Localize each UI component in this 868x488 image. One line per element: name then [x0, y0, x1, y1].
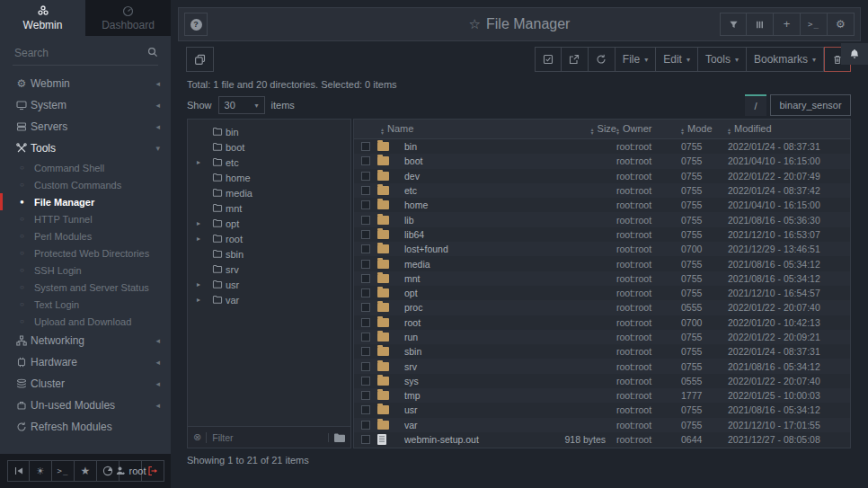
collapse-sidebar-button[interactable] [7, 460, 30, 482]
folder-icon[interactable] [377, 421, 389, 430]
file-name[interactable]: media [404, 259, 518, 270]
tree-item-var[interactable]: ▸var [188, 292, 350, 307]
file-name[interactable]: opt [404, 288, 518, 298]
table-row-sbin[interactable]: sbinroot:root07552022/01/24 - 08:37:31 [354, 344, 850, 359]
row-checkbox[interactable] [361, 333, 370, 342]
folder-icon[interactable] [377, 405, 389, 414]
row-checkbox[interactable] [361, 274, 370, 283]
file-name[interactable]: proc [404, 302, 518, 313]
row-checkbox[interactable] [361, 200, 370, 209]
file-name[interactable]: sbin [404, 346, 518, 357]
sidebar-subitem-ssh-login[interactable]: ○SSH Login [0, 262, 171, 279]
table-row-lib64[interactable]: lib64root:root07552021/12/10 - 16:53:07 [354, 227, 850, 242]
column-header-name[interactable]: ▴▾Name [381, 123, 530, 135]
folder-icon[interactable] [377, 186, 389, 195]
folder-icon[interactable] [377, 377, 389, 386]
tree-item-bin[interactable]: bin [188, 124, 350, 139]
sidebar-subitem-system-and-server-status[interactable]: ○System and Server Status [0, 279, 171, 296]
table-row-srv[interactable]: srvroot:root07552021/08/16 - 05:34:12 [354, 359, 850, 373]
file-name[interactable]: usr [404, 404, 518, 415]
sidebar-subitem-perl-modules[interactable]: ○Perl Modules [0, 227, 171, 244]
file-name[interactable]: lib64 [404, 229, 518, 240]
file-name[interactable]: home [404, 200, 518, 210]
sidebar-subitem-command-shell[interactable]: ○Command Shell [0, 159, 171, 176]
row-checkbox[interactable] [361, 362, 370, 371]
file-name[interactable]: srv [404, 361, 518, 372]
sort-icon[interactable]: ▴▾ [728, 128, 731, 135]
row-checkbox[interactable] [361, 186, 370, 195]
folder-icon[interactable] [377, 156, 389, 165]
tree-item-boot[interactable]: boot [188, 139, 350, 155]
tree-item-usr[interactable]: ▸usr [188, 277, 350, 292]
folder-icon[interactable] [377, 244, 389, 253]
table-row-webmin-setup-out[interactable]: webmin-setup.out918 bytesroot:root064420… [354, 432, 850, 447]
file-name[interactable]: lib [404, 215, 518, 226]
favorites-button[interactable]: ★ [75, 460, 97, 482]
sidebar-subitem-http-tunnel[interactable]: ○HTTP Tunnel [0, 210, 171, 227]
sidebar-item-networking[interactable]: Networking◂ [0, 330, 171, 351]
folder-icon[interactable] [377, 172, 389, 181]
expand-caret-icon[interactable]: ▸ [197, 296, 209, 304]
table-row-lib[interactable]: libroot:root07552021/08/16 - 05:36:30 [354, 212, 850, 226]
row-checkbox[interactable] [361, 318, 370, 327]
sort-icon[interactable]: ▴▾ [591, 128, 594, 135]
row-checkbox[interactable] [361, 230, 370, 239]
refresh-button[interactable] [589, 47, 616, 72]
table-row-etc[interactable]: etcroot:root07552022/01/24 - 08:37:42 [354, 183, 850, 198]
terminal-button[interactable]: >_ [801, 13, 828, 36]
row-checkbox[interactable] [361, 405, 370, 414]
select-all-button[interactable] [535, 47, 562, 72]
path-query-box[interactable]: binary_sensor [770, 94, 851, 116]
page-size-select[interactable]: 30 ▾ [218, 96, 265, 114]
tab-dashboard[interactable]: Dashboard [85, 0, 171, 36]
column-header-mode[interactable]: ▴▾Mode [681, 123, 728, 135]
table-row-home[interactable]: homeroot:root07552021/04/10 - 16:15:00 [354, 198, 850, 212]
menu-tools[interactable]: Tools▾ [698, 47, 747, 72]
folder-icon[interactable] [377, 391, 389, 400]
folder-icon[interactable] [377, 216, 389, 225]
table-row-dev[interactable]: devroot:root07552022/01/22 - 20:07:49 [354, 169, 850, 183]
table-row-lost-found[interactable]: lost+foundroot:root07002021/12/29 - 13:4… [354, 242, 850, 256]
columns-button[interactable] [747, 13, 774, 36]
row-checkbox[interactable] [361, 377, 370, 386]
add-button[interactable]: + [774, 13, 801, 36]
expand-caret-icon[interactable]: ▸ [197, 280, 209, 288]
root-path-button[interactable]: / [745, 94, 766, 116]
file-name[interactable]: var [404, 420, 518, 430]
export-button[interactable] [562, 47, 589, 72]
sidebar-subitem-text-login[interactable]: ○Text Login [0, 296, 171, 313]
row-checkbox[interactable] [361, 172, 370, 181]
file-name[interactable]: boot [404, 155, 518, 166]
row-checkbox[interactable] [361, 156, 370, 165]
row-checkbox[interactable] [361, 142, 370, 151]
notifications-bell[interactable] [841, 43, 868, 65]
tree-item-srv[interactable]: srv [188, 262, 350, 277]
tab-webmin[interactable]: Webmin [0, 0, 85, 36]
table-row-root[interactable]: rootroot:root07002022/01/20 - 10:42:13 [354, 315, 850, 330]
folder-icon[interactable] [377, 142, 389, 151]
sidebar-item-webmin[interactable]: ⚙Webmin◂ [0, 73, 171, 94]
tree-item-home[interactable]: home [188, 170, 350, 185]
table-row-mnt[interactable]: mntroot:root07552021/08/16 - 05:34:12 [354, 271, 850, 286]
tree-item-sbin[interactable]: sbin [188, 246, 350, 262]
settings-button[interactable]: ⚙ [828, 13, 855, 36]
copy-path-button[interactable] [186, 47, 214, 72]
folder-options-icon[interactable] [328, 433, 345, 442]
sidebar-item-un-used-modules[interactable]: Un-used Modules◂ [0, 395, 171, 416]
sort-icon[interactable]: ▴▾ [381, 128, 384, 135]
row-checkbox[interactable] [361, 216, 370, 225]
file-name[interactable]: root [404, 317, 518, 328]
tree-item-mnt[interactable]: mnt [188, 200, 350, 216]
expand-caret-icon[interactable]: ▸ [197, 235, 209, 243]
sidebar-subitem-custom-commands[interactable]: ○Custom Commands [0, 176, 171, 193]
table-row-media[interactable]: mediaroot:root07552021/08/16 - 05:34:12 [354, 256, 850, 271]
tree-item-media[interactable]: media [188, 185, 350, 200]
sidebar-item-refresh-modules[interactable]: Refresh Modules [0, 416, 171, 438]
menu-edit[interactable]: Edit▾ [656, 47, 698, 72]
column-header-owner[interactable]: ▴▾Owner [616, 123, 681, 135]
row-checkbox[interactable] [361, 421, 370, 430]
file-name[interactable]: lost+found [404, 244, 518, 254]
table-row-sys[interactable]: sysroot:root05552022/01/22 - 20:07:40 [354, 374, 850, 388]
file-icon[interactable] [377, 434, 386, 445]
tree-filter-input[interactable] [206, 432, 328, 443]
